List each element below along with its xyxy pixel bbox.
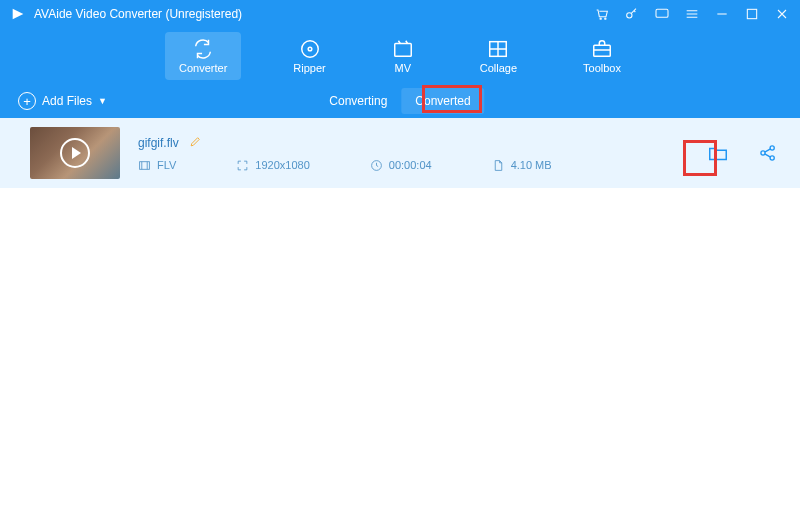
ripper-icon bbox=[299, 38, 321, 60]
add-files-label: Add Files bbox=[42, 94, 92, 108]
svg-rect-7 bbox=[394, 44, 411, 57]
nav-mv[interactable]: MV bbox=[378, 32, 428, 80]
file-size-value: 4.10 MB bbox=[511, 159, 552, 171]
svg-point-5 bbox=[301, 41, 318, 58]
collage-icon bbox=[487, 38, 509, 60]
svg-rect-10 bbox=[140, 161, 150, 169]
nav-label: Ripper bbox=[293, 62, 325, 74]
edit-icon[interactable] bbox=[189, 135, 202, 151]
file-row: gifgif.flv FLV 1920x1080 00:00:04 4.10 M… bbox=[0, 118, 800, 188]
svg-point-1 bbox=[605, 18, 606, 19]
maximize-icon[interactable] bbox=[744, 6, 760, 22]
svg-rect-4 bbox=[747, 9, 756, 18]
row-actions bbox=[704, 139, 782, 167]
play-icon bbox=[60, 138, 90, 168]
svg-rect-3 bbox=[656, 9, 668, 17]
sub-toolbar: + Add Files ▼ Converting Converted bbox=[0, 84, 800, 118]
key-icon[interactable] bbox=[624, 6, 640, 22]
cart-icon[interactable] bbox=[594, 6, 610, 22]
file-size: 4.10 MB bbox=[492, 159, 552, 172]
plus-icon: + bbox=[18, 92, 36, 110]
file-resolution: 1920x1080 bbox=[236, 159, 309, 172]
converter-icon bbox=[192, 38, 214, 60]
file-format: FLV bbox=[138, 159, 176, 172]
minimize-icon[interactable] bbox=[714, 6, 730, 22]
main-nav: Converter Ripper MV Collage Toolbox bbox=[0, 28, 800, 84]
titlebar: AVAide Video Converter (Unregistered) bbox=[0, 0, 800, 28]
nav-toolbox[interactable]: Toolbox bbox=[569, 32, 635, 80]
add-files-button[interactable]: + Add Files ▼ bbox=[18, 92, 107, 110]
nav-label: MV bbox=[394, 62, 411, 74]
nav-ripper[interactable]: Ripper bbox=[279, 32, 339, 80]
svg-point-6 bbox=[308, 47, 312, 51]
tab-converted[interactable]: Converted bbox=[401, 88, 484, 114]
mv-icon bbox=[392, 38, 414, 60]
app-logo-icon bbox=[10, 6, 26, 22]
chevron-down-icon: ▼ bbox=[98, 96, 107, 106]
file-duration: 00:00:04 bbox=[370, 159, 432, 172]
svg-point-0 bbox=[600, 18, 601, 19]
svg-rect-9 bbox=[594, 45, 611, 56]
clock-icon bbox=[370, 159, 383, 172]
video-thumbnail[interactable] bbox=[30, 127, 120, 179]
nav-label: Converter bbox=[179, 62, 227, 74]
file-resolution-value: 1920x1080 bbox=[255, 159, 309, 171]
resolution-icon bbox=[236, 159, 249, 172]
toolbox-icon bbox=[591, 38, 613, 60]
file-icon bbox=[492, 159, 505, 172]
window-title: AVAide Video Converter (Unregistered) bbox=[34, 7, 594, 21]
file-name: gifgif.flv bbox=[138, 136, 179, 150]
nav-converter[interactable]: Converter bbox=[165, 32, 241, 80]
window-controls bbox=[594, 6, 790, 22]
close-icon[interactable] bbox=[774, 6, 790, 22]
tab-converting[interactable]: Converting bbox=[315, 88, 401, 114]
menu-icon[interactable] bbox=[684, 6, 700, 22]
svg-point-2 bbox=[627, 13, 632, 18]
format-icon bbox=[138, 159, 151, 172]
feedback-icon[interactable] bbox=[654, 6, 670, 22]
file-info: gifgif.flv FLV 1920x1080 00:00:04 4.10 M… bbox=[138, 135, 686, 172]
open-folder-button[interactable] bbox=[704, 139, 732, 167]
nav-label: Toolbox bbox=[583, 62, 621, 74]
nav-collage[interactable]: Collage bbox=[466, 32, 531, 80]
conversion-tabs: Converting Converted bbox=[315, 88, 484, 114]
nav-label: Collage bbox=[480, 62, 517, 74]
file-format-value: FLV bbox=[157, 159, 176, 171]
share-button[interactable] bbox=[754, 139, 782, 167]
file-duration-value: 00:00:04 bbox=[389, 159, 432, 171]
